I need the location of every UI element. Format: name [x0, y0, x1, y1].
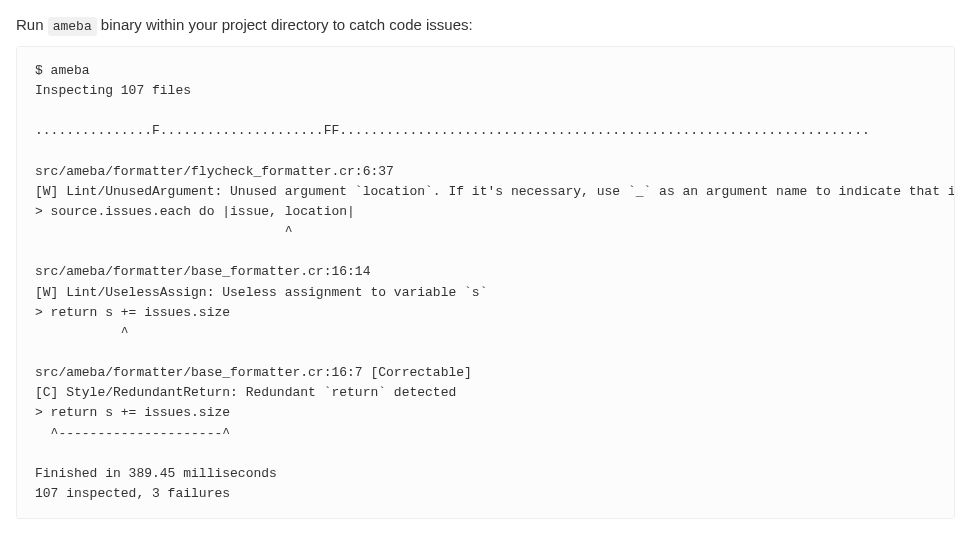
- intro-after: binary within your project directory to …: [97, 16, 473, 33]
- intro-code: ameba: [48, 17, 97, 36]
- terminal-output[interactable]: $ ameba Inspecting 107 files ...........…: [16, 46, 955, 519]
- intro-before: Run: [16, 16, 48, 33]
- intro-text: Run ameba binary within your project dir…: [16, 16, 955, 34]
